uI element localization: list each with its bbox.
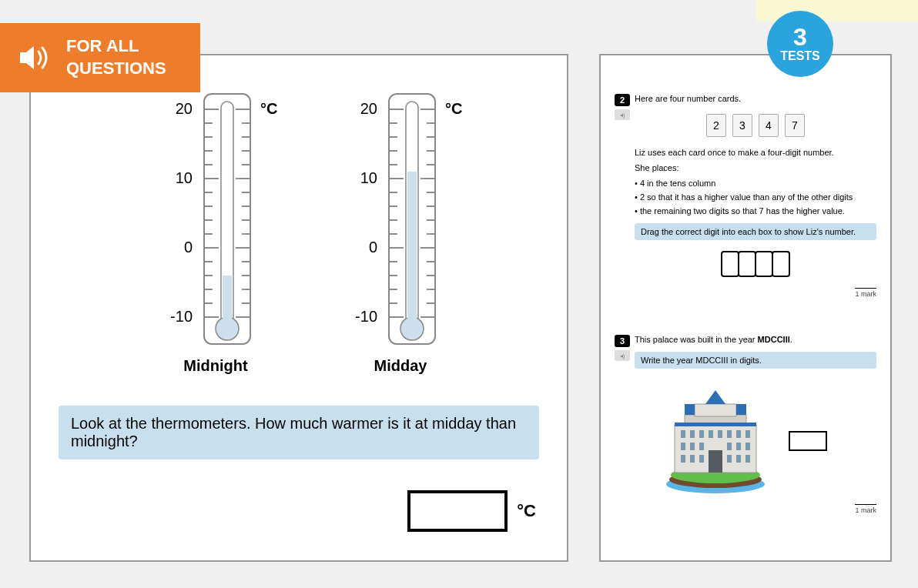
speaker-icon: ◂) <box>620 352 625 359</box>
thermometer-midday: 20 10 0 -10 °C Midday <box>331 86 470 375</box>
question-number-badge: 3 <box>615 335 630 347</box>
question-text: Look at the thermometers. How much warme… <box>59 406 539 459</box>
svg-text:20: 20 <box>176 100 193 117</box>
svg-rect-111 <box>727 455 732 463</box>
svg-text:°C: °C <box>445 100 462 117</box>
q2-bullet: • 2 so that it has a higher value than a… <box>635 192 876 202</box>
badge-label: TESTS <box>780 49 820 63</box>
svg-rect-114 <box>709 450 722 473</box>
svg-rect-89 <box>695 404 736 416</box>
number-cards: 2 3 4 7 <box>635 114 876 137</box>
number-card[interactable]: 7 <box>785 114 805 137</box>
svg-rect-100 <box>736 430 741 438</box>
svg-rect-93 <box>675 423 756 426</box>
tests-badge[interactable]: 3 TESTS <box>767 11 833 77</box>
svg-point-36 <box>218 319 236 338</box>
thermometer-label: Midnight <box>146 357 285 375</box>
svg-rect-97 <box>709 430 713 438</box>
audio-button[interactable]: ◂) <box>615 109 630 120</box>
svg-rect-110 <box>699 455 704 463</box>
question-panel-right: 2 ◂) Here are four number cards. 2 3 4 7… <box>599 54 892 562</box>
q2-intro: Here are four number cards. <box>635 94 876 103</box>
question-2: 2 ◂) Here are four number cards. 2 3 4 7… <box>615 94 876 298</box>
q2-bullet: • the remaining two digits so that 7 has… <box>635 206 876 215</box>
q2-p2: She places: <box>635 163 876 172</box>
q2-bullet: • 4 in the tens column <box>635 179 876 188</box>
svg-rect-109 <box>690 455 695 463</box>
number-card[interactable]: 4 <box>759 114 779 137</box>
number-card[interactable]: 2 <box>706 114 726 137</box>
svg-rect-94 <box>681 430 685 438</box>
speaker-icon <box>15 38 54 77</box>
svg-rect-98 <box>718 430 722 438</box>
palace-image <box>658 383 773 499</box>
question-number-badge: 2 <box>615 94 630 106</box>
svg-marker-90 <box>705 390 725 404</box>
q2-p1: Liz uses each card once to make a four-d… <box>635 148 876 157</box>
svg-rect-102 <box>681 443 685 450</box>
svg-rect-107 <box>745 443 750 450</box>
svg-rect-112 <box>736 455 741 463</box>
number-card[interactable]: 3 <box>732 114 752 137</box>
answer-input[interactable] <box>407 490 508 532</box>
svg-rect-108 <box>681 455 685 463</box>
svg-text:°C: °C <box>260 100 277 117</box>
digit-box[interactable] <box>738 251 756 277</box>
svg-point-78 <box>403 319 421 338</box>
q3-instruction: Write the year MDCCIII in digits. <box>635 352 876 369</box>
q2-instruction: Drag the correct digit into each box to … <box>635 223 876 240</box>
svg-text:-10: -10 <box>355 308 377 325</box>
audio-button[interactable]: ◂) <box>615 350 630 361</box>
svg-rect-103 <box>690 443 695 450</box>
svg-rect-101 <box>745 430 750 438</box>
svg-rect-104 <box>699 443 704 450</box>
svg-text:0: 0 <box>184 239 193 256</box>
svg-text:10: 10 <box>176 169 193 186</box>
thermometer-label: Midday <box>331 357 470 375</box>
svg-rect-35 <box>223 276 232 322</box>
q3-intro: This palace was built in the year MDCCII… <box>635 335 876 344</box>
banner-text: FOR ALL QUESTIONS <box>66 35 166 79</box>
thermometer-midnight: 20 10 0 -10 °C Midnight <box>146 86 285 375</box>
question-panel-left: 20 10 0 -10 °C Midnight <box>29 54 568 562</box>
svg-marker-92 <box>736 404 746 415</box>
year-input[interactable] <box>789 431 827 451</box>
svg-text:10: 10 <box>360 169 377 186</box>
svg-marker-91 <box>685 404 695 415</box>
svg-rect-113 <box>745 455 750 463</box>
digit-box[interactable] <box>772 251 790 277</box>
svg-rect-99 <box>727 430 732 438</box>
svg-rect-77 <box>407 172 417 322</box>
badge-number: 3 <box>793 25 807 49</box>
svg-rect-95 <box>690 430 695 438</box>
svg-text:-10: -10 <box>170 308 193 325</box>
speaker-icon: ◂) <box>620 112 625 119</box>
svg-rect-105 <box>727 443 732 450</box>
svg-rect-106 <box>736 443 741 450</box>
digit-box[interactable] <box>755 251 773 277</box>
answer-unit: °C <box>517 501 536 521</box>
svg-text:0: 0 <box>369 239 377 256</box>
svg-rect-96 <box>699 430 704 438</box>
digit-box[interactable] <box>721 251 739 277</box>
audio-banner[interactable]: FOR ALL QUESTIONS <box>0 23 200 92</box>
svg-text:20: 20 <box>360 100 377 117</box>
mark-label: 1 mark <box>855 288 876 298</box>
mark-label: 1 mark <box>855 504 876 514</box>
digit-input-boxes <box>635 251 876 277</box>
question-3: 3 ◂) This palace was built in the year M… <box>615 335 876 514</box>
